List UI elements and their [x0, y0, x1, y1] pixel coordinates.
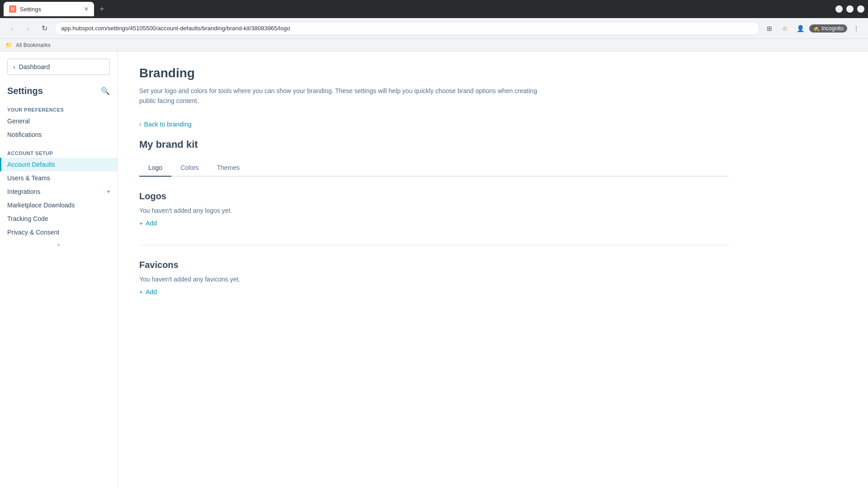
preferences-section: Your Preferences General Notifications — [0, 100, 117, 143]
sidebar-item-users-teams[interactable]: Users & Teams — [0, 171, 117, 185]
back-link-label: Back to branding — [144, 121, 192, 128]
menu-button[interactable]: ⋮ — [850, 22, 863, 35]
add-logo-plus-icon: + — [139, 220, 143, 227]
tab-close-icon[interactable]: ✕ — [84, 6, 89, 12]
privacy-consent-label: Privacy & Consent — [7, 229, 59, 236]
add-logo-link[interactable]: + Add — [139, 220, 157, 227]
dashboard-label: Dashboard — [19, 63, 50, 70]
favicons-section-title: Favicons — [139, 260, 729, 270]
settings-header: Settings 🔍 — [0, 82, 117, 100]
search-button[interactable]: 🔍 — [101, 87, 110, 95]
sidebar-item-integrations[interactable]: Integrations ▾ — [0, 185, 117, 198]
tab-favicon: H — [9, 5, 16, 13]
close-button[interactable]: ✕ — [857, 5, 864, 13]
dashboard-button[interactable]: ‹ Dashboard — [7, 59, 110, 75]
sidebar-item-account-defaults[interactable]: Account Defaults — [0, 158, 117, 171]
incognito-icon: 🕵 — [813, 25, 820, 32]
tab-colors[interactable]: Colors — [171, 160, 208, 177]
scroll-indicator: ▼ — [0, 241, 117, 249]
address-bar[interactable]: app.hubspot.com/settings/45105500/accoun… — [54, 22, 760, 35]
tab-label: Settings — [20, 6, 80, 13]
settings-title: Settings — [7, 86, 43, 96]
logos-section-title: Logos — [139, 191, 729, 202]
bookmarks-folder-icon: 📁 — [5, 42, 12, 48]
integrations-chevron-icon: ▾ — [107, 188, 110, 195]
account-setup-section: Account Setup Account Defaults Users & T… — [0, 143, 117, 241]
sidebar-item-tracking-code[interactable]: Tracking Code — [0, 212, 117, 225]
forward-nav-button[interactable]: › — [22, 22, 34, 35]
general-label: General — [7, 117, 30, 125]
minimize-button[interactable]: — — [835, 5, 843, 13]
extension-icon[interactable]: ⊞ — [763, 22, 776, 35]
tabs-container: Logo Colors Themes — [139, 160, 729, 177]
bookmarks-label[interactable]: All Bookmarks — [16, 42, 51, 48]
sidebar-item-privacy-consent[interactable]: Privacy & Consent — [0, 225, 117, 239]
tracking-code-label: Tracking Code — [7, 215, 48, 222]
marketplace-label: Marketplace Downloads — [7, 202, 75, 209]
page-title: Branding — [139, 66, 729, 80]
logos-empty-text: You haven't added any logos yet. — [139, 207, 729, 214]
users-teams-label: Users & Teams — [7, 174, 50, 182]
add-favicon-link[interactable]: + Add — [139, 288, 157, 296]
sidebar-item-general[interactable]: General — [0, 114, 117, 128]
favicons-section: Favicons You haven't added any favicons … — [139, 260, 729, 296]
back-nav-button[interactable]: ‹ — [5, 22, 18, 35]
tab-themes[interactable]: Themes — [208, 160, 249, 177]
sidebar: ‹ Dashboard Settings 🔍 Your Preferences … — [0, 52, 118, 488]
sidebar-item-marketplace[interactable]: Marketplace Downloads — [0, 198, 117, 212]
account-setup-section-title: Account Setup — [0, 150, 117, 156]
active-tab[interactable]: H Settings ✕ — [4, 2, 94, 16]
bookmark-star-icon[interactable]: ☆ — [778, 22, 791, 35]
maximize-button[interactable]: □ — [846, 5, 854, 13]
profile-icon[interactable]: 👤 — [794, 22, 807, 35]
dashboard-chevron-icon: ‹ — [13, 63, 15, 70]
sidebar-item-notifications[interactable]: Notifications — [0, 128, 117, 141]
page-description: Set your logo and colors for tools where… — [139, 86, 546, 106]
tab-logo[interactable]: Logo — [139, 160, 171, 177]
new-tab-button[interactable]: + — [99, 5, 104, 14]
add-favicon-plus-icon: + — [139, 288, 143, 296]
integrations-label: Integrations — [7, 188, 40, 195]
back-chevron-icon: ‹ — [139, 121, 142, 128]
back-to-branding-link[interactable]: ‹ Back to branding — [139, 121, 192, 128]
logos-section: Logos You haven't added any logos yet. +… — [139, 191, 729, 227]
favicons-empty-text: You haven't added any favicons yet. — [139, 276, 729, 283]
account-defaults-label: Account Defaults — [7, 161, 55, 168]
notifications-label: Notifications — [7, 131, 42, 138]
address-text: app.hubspot.com/settings/45105500/accoun… — [61, 25, 290, 32]
preferences-section-title: Your Preferences — [0, 107, 117, 113]
refresh-button[interactable]: ↻ — [38, 22, 51, 35]
brand-kit-title: My brand kit — [139, 139, 729, 150]
main-content: Branding Set your logo and colors for to… — [118, 52, 868, 488]
section-divider — [139, 245, 729, 245]
add-logo-label: Add — [146, 220, 157, 227]
add-favicon-label: Add — [146, 288, 157, 296]
incognito-badge: 🕵 Incognito — [809, 24, 847, 33]
